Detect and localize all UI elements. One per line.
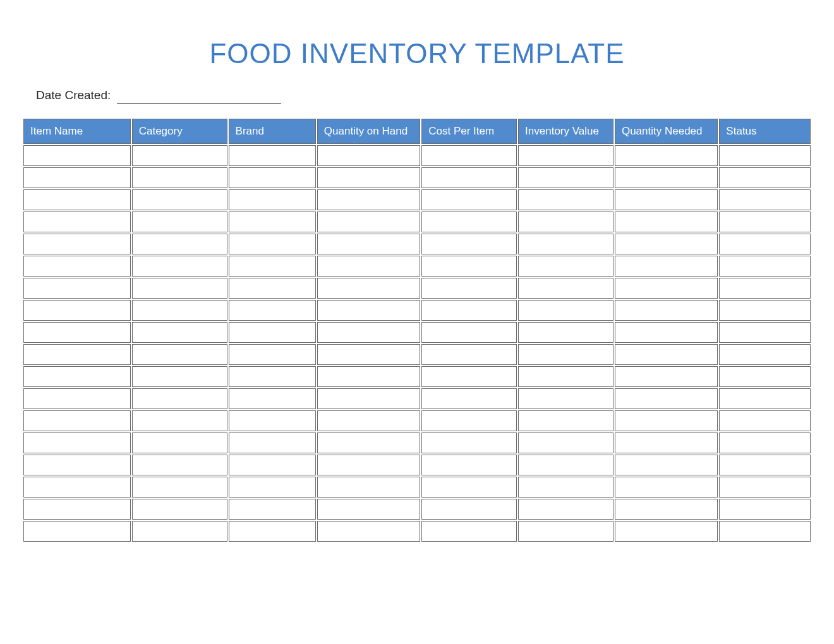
table-cell[interactable] — [23, 145, 131, 166]
table-cell[interactable] — [719, 344, 811, 365]
table-cell[interactable] — [719, 256, 811, 277]
table-cell[interactable] — [229, 167, 316, 188]
table-cell[interactable] — [317, 455, 420, 475]
table-cell[interactable] — [317, 477, 420, 498]
table-cell[interactable] — [421, 521, 517, 542]
table-cell[interactable] — [518, 300, 613, 321]
table-cell[interactable] — [317, 145, 420, 166]
table-cell[interactable] — [421, 344, 517, 365]
table-cell[interactable] — [23, 455, 131, 475]
table-cell[interactable] — [615, 499, 718, 520]
table-cell[interactable] — [132, 410, 227, 431]
table-cell[interactable] — [229, 300, 316, 321]
table-cell[interactable] — [421, 189, 517, 210]
table-cell[interactable] — [132, 432, 227, 453]
table-cell[interactable] — [421, 432, 517, 453]
table-cell[interactable] — [317, 410, 420, 431]
table-cell[interactable] — [615, 167, 718, 188]
table-cell[interactable] — [421, 499, 517, 520]
table-cell[interactable] — [615, 521, 718, 542]
table-cell[interactable] — [317, 344, 420, 365]
table-cell[interactable] — [23, 278, 131, 299]
table-cell[interactable] — [518, 366, 613, 387]
date-created-field[interactable] — [117, 89, 281, 104]
table-cell[interactable] — [615, 300, 718, 321]
table-cell[interactable] — [317, 278, 420, 299]
table-cell[interactable] — [518, 256, 613, 277]
table-cell[interactable] — [518, 189, 613, 210]
table-cell[interactable] — [421, 388, 517, 409]
table-cell[interactable] — [229, 477, 316, 498]
table-cell[interactable] — [719, 388, 811, 409]
table-cell[interactable] — [317, 189, 420, 210]
table-cell[interactable] — [421, 278, 517, 299]
table-cell[interactable] — [615, 278, 718, 299]
table-cell[interactable] — [719, 322, 811, 343]
table-cell[interactable] — [518, 388, 613, 409]
table-cell[interactable] — [719, 477, 811, 498]
table-cell[interactable] — [615, 432, 718, 453]
table-cell[interactable] — [719, 455, 811, 475]
table-cell[interactable] — [23, 167, 131, 188]
table-cell[interactable] — [421, 455, 517, 475]
table-cell[interactable] — [317, 521, 420, 542]
table-cell[interactable] — [421, 410, 517, 431]
table-cell[interactable] — [317, 366, 420, 387]
table-cell[interactable] — [421, 322, 517, 343]
table-cell[interactable] — [719, 432, 811, 453]
table-cell[interactable] — [229, 234, 316, 254]
table-cell[interactable] — [132, 145, 227, 166]
table-cell[interactable] — [317, 256, 420, 277]
table-cell[interactable] — [229, 410, 316, 431]
table-cell[interactable] — [421, 212, 517, 232]
table-cell[interactable] — [421, 366, 517, 387]
table-cell[interactable] — [23, 521, 131, 542]
table-cell[interactable] — [719, 499, 811, 520]
table-cell[interactable] — [229, 278, 316, 299]
table-cell[interactable] — [23, 300, 131, 321]
table-cell[interactable] — [317, 388, 420, 409]
table-cell[interactable] — [229, 455, 316, 475]
table-cell[interactable] — [23, 410, 131, 431]
table-cell[interactable] — [615, 410, 718, 431]
table-cell[interactable] — [317, 432, 420, 453]
table-cell[interactable] — [132, 256, 227, 277]
table-cell[interactable] — [518, 477, 613, 498]
table-cell[interactable] — [518, 234, 613, 254]
table-cell[interactable] — [719, 145, 811, 166]
table-cell[interactable] — [229, 432, 316, 453]
table-cell[interactable] — [229, 366, 316, 387]
table-cell[interactable] — [615, 234, 718, 254]
table-cell[interactable] — [518, 278, 613, 299]
table-cell[interactable] — [719, 212, 811, 232]
table-cell[interactable] — [615, 322, 718, 343]
table-cell[interactable] — [518, 322, 613, 343]
table-cell[interactable] — [615, 388, 718, 409]
table-cell[interactable] — [719, 167, 811, 188]
table-cell[interactable] — [132, 189, 227, 210]
table-cell[interactable] — [23, 344, 131, 365]
table-cell[interactable] — [23, 189, 131, 210]
table-cell[interactable] — [615, 366, 718, 387]
table-cell[interactable] — [132, 499, 227, 520]
table-cell[interactable] — [518, 344, 613, 365]
table-cell[interactable] — [229, 145, 316, 166]
table-cell[interactable] — [615, 256, 718, 277]
table-cell[interactable] — [132, 366, 227, 387]
table-cell[interactable] — [421, 256, 517, 277]
table-cell[interactable] — [132, 167, 227, 188]
table-cell[interactable] — [132, 212, 227, 232]
table-cell[interactable] — [317, 212, 420, 232]
table-cell[interactable] — [229, 322, 316, 343]
table-cell[interactable] — [23, 477, 131, 498]
table-cell[interactable] — [719, 278, 811, 299]
table-cell[interactable] — [132, 322, 227, 343]
table-cell[interactable] — [421, 167, 517, 188]
table-cell[interactable] — [229, 521, 316, 542]
table-cell[interactable] — [132, 477, 227, 498]
table-cell[interactable] — [132, 388, 227, 409]
table-cell[interactable] — [317, 322, 420, 343]
table-cell[interactable] — [518, 521, 613, 542]
table-cell[interactable] — [719, 234, 811, 254]
table-cell[interactable] — [317, 167, 420, 188]
